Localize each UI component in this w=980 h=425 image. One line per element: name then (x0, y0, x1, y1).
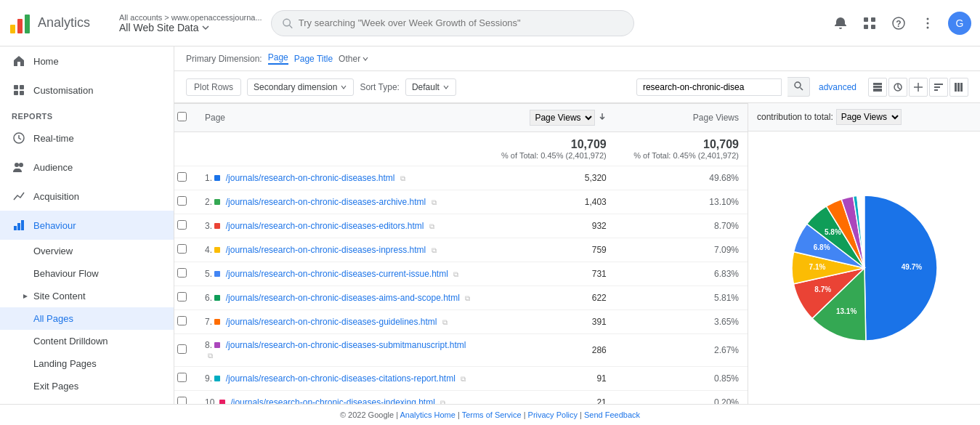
sidebar-item-content-drilldown[interactable]: Content Drilldown (0, 330, 174, 352)
main-search-bar[interactable] (271, 10, 634, 36)
sidebar-item-site-speed[interactable]: Site Speed (0, 397, 174, 404)
sidebar-item-acquisition[interactable]: Acquisition (0, 182, 174, 211)
copy-icon[interactable]: ⧉ (440, 399, 445, 404)
row-checkbox[interactable] (177, 220, 187, 230)
sidebar-item-behaviour[interactable]: Behaviour (0, 211, 174, 240)
select-all-checkbox[interactable] (177, 112, 187, 121)
apps-icon[interactable] (861, 15, 878, 32)
filter-search-input[interactable] (636, 78, 782, 96)
sidebar-item-customisation[interactable]: Customisation (0, 76, 174, 105)
row-checkbox[interactable] (177, 196, 187, 206)
contribution-select[interactable]: Page Views (836, 109, 902, 125)
plot-rows-button[interactable]: Plot Rows (186, 78, 241, 96)
page-link[interactable]: /journals/research-on-chronic-diseases-i… (226, 245, 426, 255)
advanced-link[interactable]: advanced (819, 82, 857, 92)
row-checkbox[interactable] (177, 316, 187, 325)
dim-page-title-link[interactable]: Page Title (294, 54, 333, 64)
copy-icon[interactable]: ⧉ (208, 352, 213, 360)
copy-icon[interactable]: ⧉ (461, 375, 466, 383)
svg-rect-17 (20, 91, 24, 95)
summary-total: 10,709 (492, 138, 607, 151)
filter-search-icon (793, 81, 803, 91)
page-views-value: 622 (483, 286, 615, 310)
footer-analytics-home[interactable]: Analytics Home (400, 410, 455, 419)
svg-rect-1 (17, 19, 23, 33)
dim-page-link[interactable]: Page (268, 52, 288, 65)
footer-privacy[interactable]: Privacy Policy (528, 410, 578, 419)
view-term-icon[interactable] (929, 78, 948, 97)
page-views-pct: 8.70% (615, 214, 748, 238)
row-checkbox[interactable] (177, 268, 187, 278)
sidebar-item-all-pages[interactable]: All Pages (0, 307, 174, 330)
page-link[interactable]: /journals/research-on-chronic-diseases-s… (226, 340, 466, 350)
copy-icon[interactable]: ⧉ (432, 198, 437, 206)
sidebar-label-audience: Audience (33, 162, 73, 173)
search-input[interactable] (299, 17, 623, 28)
sidebar-item-realtime[interactable]: Real-time (0, 124, 174, 153)
help-icon[interactable]: ? (890, 15, 907, 32)
page-link[interactable]: /journals/research-on-chronic-diseases-a… (226, 293, 460, 303)
row-checkbox[interactable] (177, 244, 187, 254)
svg-rect-40 (957, 83, 960, 92)
svg-rect-30 (873, 83, 882, 85)
page-link[interactable]: /journals/research-on-chronic-diseases.h… (226, 173, 395, 183)
sidebar-item-exit-pages[interactable]: Exit Pages (0, 375, 174, 397)
page-views-select[interactable]: Page Views (530, 110, 595, 126)
more-icon[interactable] (919, 15, 936, 32)
other-chevron-icon (362, 55, 369, 62)
svg-text:13.1%: 13.1% (835, 307, 856, 315)
view-sparkline-icon[interactable] (949, 78, 968, 97)
view-compare-icon[interactable] (909, 78, 928, 97)
page-link[interactable]: /journals/research-on-chronic-diseases-e… (226, 221, 424, 231)
col-page-views-dropdown[interactable]: Page Views (483, 104, 615, 132)
page-link[interactable]: /journals/research-on-chronic-diseases-g… (226, 317, 437, 327)
copy-icon[interactable]: ⧉ (400, 174, 405, 182)
row-color-dot (214, 175, 220, 181)
svg-rect-31 (873, 86, 882, 88)
view-table-icon[interactable] (868, 78, 887, 97)
svg-rect-5 (864, 17, 868, 22)
notifications-icon[interactable] (832, 15, 849, 32)
secondary-dimension-dropdown[interactable]: Secondary dimension (247, 78, 354, 96)
copy-icon[interactable]: ⧉ (442, 318, 448, 326)
dim-other-dropdown[interactable]: Other (339, 54, 369, 64)
user-avatar[interactable]: G (948, 12, 971, 35)
sidebar-item-overview[interactable]: Overview (0, 240, 174, 262)
row-checkbox[interactable] (177, 344, 187, 354)
sidebar-item-home[interactable]: Home (0, 46, 174, 76)
pie-chart: 49.7%13.1%8.7%7.1%6.8%5.8% (770, 174, 959, 363)
page-link[interactable]: /journals/research-on-chronic-diseases-a… (226, 197, 426, 207)
sidebar-item-site-content[interactable]: Site Content (0, 285, 174, 307)
page-views-pct: 7.09% (615, 238, 748, 262)
page-views-value: 731 (483, 262, 615, 286)
page-link[interactable]: /journals/research-on-chronic-diseases-i… (230, 397, 434, 404)
footer-terms[interactable]: Terms of Service (462, 410, 522, 419)
row-color-dot (214, 376, 220, 381)
table-row: 9. /journals/research-on-chronic-disease… (174, 367, 748, 391)
row-checkbox[interactable] (177, 397, 187, 404)
row-checkbox[interactable] (177, 292, 187, 301)
svg-rect-6 (871, 17, 875, 22)
copy-icon[interactable]: ⧉ (432, 246, 437, 254)
table-row: 4. /journals/research-on-chronic-disease… (174, 238, 748, 262)
table-row: 2. /journals/research-on-chronic-disease… (174, 190, 748, 214)
row-color-dot (214, 342, 220, 348)
page-views-value: 21 (483, 391, 615, 405)
page-link[interactable]: /journals/research-on-chronic-diseases-c… (226, 373, 455, 384)
sort-type-dropdown[interactable]: Default (405, 78, 456, 96)
footer-feedback[interactable]: Send Feedback (584, 410, 640, 419)
row-checkbox[interactable] (177, 373, 187, 382)
row-checkbox[interactable] (177, 172, 187, 182)
copy-icon[interactable]: ⧉ (453, 270, 458, 278)
copy-icon[interactable]: ⧉ (429, 222, 434, 230)
main-layout: Home Customisation REPORTS Real-time Aud… (0, 46, 980, 404)
page-link[interactable]: /journals/research-on-chronic-diseases-c… (226, 269, 448, 279)
site-name[interactable]: All Web Site Data (119, 22, 262, 33)
view-pivot-icon[interactable] (888, 78, 907, 97)
svg-rect-32 (873, 89, 882, 92)
sidebar-item-landing-pages[interactable]: Landing Pages (0, 352, 174, 375)
copy-icon[interactable]: ⧉ (465, 294, 470, 302)
sidebar-item-behaviour-flow[interactable]: Behaviour Flow (0, 262, 174, 285)
filter-search-button[interactable] (787, 77, 810, 97)
sidebar-item-audience[interactable]: Audience (0, 153, 174, 182)
